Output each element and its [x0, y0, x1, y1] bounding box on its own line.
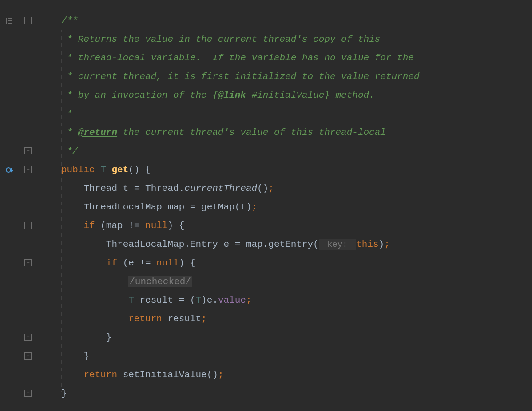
fold-toggle-icon[interactable] [24, 390, 32, 397]
suppress-annotation: /unchecked/ [128, 276, 192, 287]
code-line[interactable]: return result; [61, 310, 532, 328]
fold-toggle-icon[interactable] [24, 334, 32, 341]
code-editor[interactable]: /** * Returns the value in the current t… [0, 0, 532, 411]
fold-toggle-icon[interactable] [24, 352, 32, 360]
code-line[interactable]: T result = (T)e.value; [61, 291, 532, 310]
code-line[interactable]: Thread t = Thread.currentThread(); [61, 179, 532, 198]
fold-gutter [21, 0, 35, 411]
code-area[interactable]: /** * Returns the value in the current t… [35, 0, 532, 411]
code-line[interactable]: ThreadLocalMap.Entry e = map.getEntry( k… [61, 235, 532, 254]
svg-rect-2 [8, 20, 12, 21]
code-line[interactable]: * current thread, it is first initialize… [61, 67, 532, 86]
left-gutter [0, 0, 21, 411]
code-line[interactable]: public T get() { [61, 161, 532, 179]
code-line[interactable]: * Returns the value in the current threa… [61, 30, 532, 49]
code-line[interactable]: * by an invocation of the {@link #initia… [61, 86, 532, 105]
code-line[interactable]: } [61, 384, 532, 403]
code-line[interactable]: */ [61, 142, 532, 161]
fold-toggle-icon[interactable] [24, 166, 32, 173]
code-line[interactable]: /** [61, 12, 532, 30]
code-line[interactable]: ThreadLocalMap map = getMap(t); [61, 198, 532, 217]
svg-rect-1 [8, 18, 12, 19]
code-line[interactable]: /unchecked/ [61, 273, 532, 291]
code-line[interactable]: * @return the current thread's value of … [61, 123, 532, 142]
code-line[interactable]: if (e != null) { [61, 254, 532, 273]
code-line[interactable]: } [61, 328, 532, 347]
svg-rect-3 [8, 23, 12, 24]
parameter-hint: key: [319, 239, 356, 250]
code-line[interactable]: return setInitialValue(); [61, 366, 532, 384]
fold-toggle-icon[interactable] [24, 259, 32, 266]
svg-point-4 [6, 168, 11, 172]
structure-icon[interactable] [3, 12, 17, 30]
fold-toggle-icon[interactable] [24, 147, 32, 154]
override-icon[interactable] [3, 161, 17, 179]
fold-toggle-icon[interactable] [24, 222, 32, 229]
svg-rect-0 [6, 18, 7, 24]
code-line[interactable]: * [61, 105, 532, 123]
code-line[interactable]: if (map != null) { [61, 217, 532, 235]
code-line[interactable]: * thread-local variable. If the variable… [61, 49, 532, 67]
fold-toggle-icon[interactable] [24, 17, 32, 24]
code-line[interactable]: } [61, 347, 532, 366]
